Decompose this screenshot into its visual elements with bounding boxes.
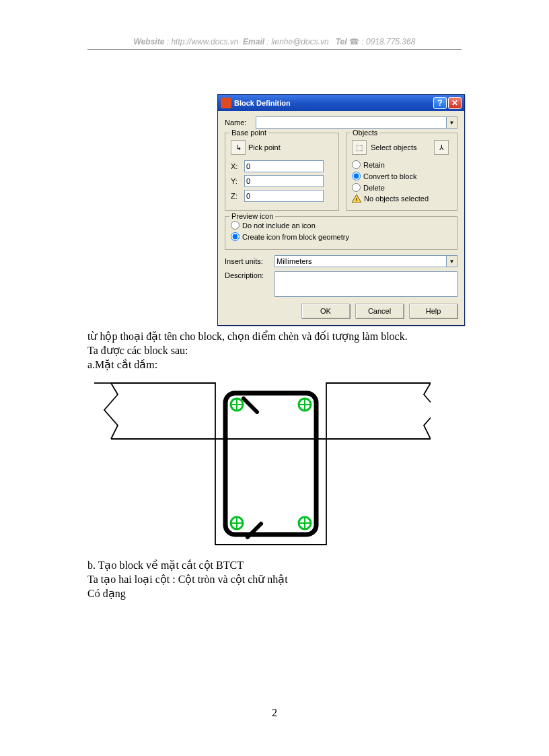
insert-units-dropdown-button[interactable]: ▼ (447, 255, 458, 267)
preview-legend: Preview icon (229, 212, 275, 220)
name-label: Name: (225, 118, 256, 127)
select-objects-label: Select objects (371, 143, 434, 151)
chevron-down-icon: ▼ (449, 120, 455, 126)
block-definition-dialog: Block Definition ? ✕ Name: ▼ Base point … (217, 94, 465, 326)
y-input[interactable] (244, 175, 324, 187)
insert-units-label: Insert units: (225, 257, 274, 265)
preview-icon-fieldset: Preview icon Do not include an icon Crea… (225, 216, 458, 250)
paragraph-3: a.Mặt cắt dầm: (87, 358, 464, 372)
close-button[interactable]: ✕ (448, 97, 462, 109)
cancel-button[interactable]: Cancel (355, 304, 404, 318)
description-textarea[interactable] (274, 271, 458, 297)
quick-select-button[interactable]: ⅄ (434, 140, 449, 155)
description-label: Description: (225, 271, 274, 279)
dialog-title: Block Definition (234, 99, 432, 107)
body-text: từ hộp thoại đặt tên cho block, chọn diể… (87, 330, 464, 372)
no-icon-radio[interactable] (231, 221, 240, 230)
page-number: 2 (0, 707, 549, 719)
warning-text: No objects selected (364, 195, 429, 203)
paragraph-4: b. Tạo block về mặt cắt cột BTCT (87, 559, 464, 573)
convert-label: Convert to block (363, 172, 416, 180)
paragraph-6: Có dạng (87, 587, 464, 601)
insert-units-select[interactable] (274, 255, 447, 267)
z-input[interactable] (244, 190, 324, 202)
dialog-titlebar: Block Definition ? ✕ (218, 95, 464, 111)
svg-text:!: ! (356, 197, 358, 203)
paragraph-1: từ hộp thoại đặt tên cho block, chọn diể… (87, 330, 464, 344)
website-label: Website (134, 37, 165, 46)
phone-icon: ☎ (349, 37, 359, 46)
create-icon-label: Create icon from block geometry (242, 233, 349, 241)
paragraph-5: Ta tạo hai loại cột : Cột tròn và cột ch… (87, 573, 464, 587)
retain-label: Retain (363, 161, 385, 169)
name-input[interactable] (256, 116, 447, 129)
pick-point-icon: ↳ (235, 143, 242, 152)
pick-point-button[interactable]: ↳ (231, 140, 246, 155)
svg-rect-2 (225, 393, 316, 535)
create-icon-radio[interactable] (231, 232, 240, 241)
z-label: Z: (231, 192, 244, 200)
tel-value: : 0918.775.368 (359, 37, 415, 46)
email-label: Email (243, 37, 264, 46)
delete-label: Delete (363, 184, 385, 192)
chevron-down-icon: ▼ (449, 259, 455, 265)
pick-point-label: Pick point (248, 143, 281, 151)
help-button[interactable]: ? (433, 97, 447, 109)
select-objects-button[interactable]: ⬚ (352, 140, 367, 155)
tel-label: Tel (336, 37, 347, 46)
paragraph-2: Ta được các block sau: (87, 344, 464, 358)
no-icon-label: Do not include an icon (242, 221, 316, 230)
svg-line-15 (244, 399, 257, 412)
x-label: X: (231, 162, 244, 170)
body-text-2: b. Tạo block về mặt cắt cột BTCT Ta tạo … (87, 559, 464, 600)
objects-legend: Objects (351, 129, 379, 137)
convert-radio[interactable] (352, 172, 361, 180)
name-dropdown-button[interactable]: ▼ (447, 116, 458, 129)
warning-icon: ! (352, 195, 361, 203)
x-input[interactable] (244, 160, 324, 172)
help-dialog-button[interactable]: Help (409, 304, 458, 318)
base-point-fieldset: Base point ↳ Pick point X: Y: Z: (225, 133, 339, 211)
retain-radio[interactable] (352, 160, 361, 169)
objects-fieldset: Objects ⬚ Select objects ⅄ Retain Conver… (346, 133, 458, 211)
email-value: lienhe@docs.vn (271, 37, 329, 46)
website-url: http://www.docs.vn (171, 37, 238, 46)
delete-radio[interactable] (352, 183, 361, 192)
select-objects-icon: ⬚ (356, 143, 363, 152)
autocad-icon (221, 98, 231, 108)
page-header: Website : http://www.docs.vn Email : lie… (87, 37, 462, 50)
y-label: Y: (231, 177, 244, 185)
quick-select-icon: ⅄ (439, 143, 444, 152)
beam-section-diagram (87, 373, 431, 555)
base-point-legend: Base point (229, 129, 268, 137)
ok-button[interactable]: OK (301, 304, 350, 318)
